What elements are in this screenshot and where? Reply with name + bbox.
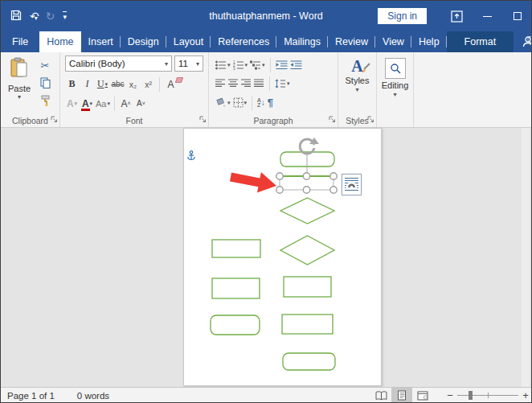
subscript-button[interactable]: x₂ — [126, 76, 140, 93]
sign-in-button[interactable]: Sign in — [378, 8, 427, 24]
flowchart-shape-rect[interactable] — [212, 278, 260, 298]
read-mode-icon[interactable] — [370, 388, 391, 403]
shrink-font-letter: A — [137, 99, 142, 108]
clipboard-dialog-launcher-icon[interactable] — [51, 115, 58, 125]
selection-handle[interactable] — [303, 173, 309, 179]
status-bar: Page 1 of 1 0 words − + — [1, 387, 531, 403]
in-line-with-text-icon — [344, 176, 359, 193]
ribbon-group-paragraph: ▾ 123▾ ▾ — [209, 52, 338, 127]
bold-button[interactable]: B — [65, 76, 79, 93]
undo-button[interactable]: ↶▾ — [30, 10, 38, 22]
align-center-button[interactable] — [228, 76, 239, 92]
account-person-icon[interactable] — [522, 31, 532, 52]
zoom-in-button[interactable]: + — [520, 389, 531, 401]
text-effects-button[interactable]: A▾ — [65, 96, 79, 112]
borders-button[interactable]: ▾ — [233, 95, 248, 111]
save-icon[interactable] — [10, 10, 22, 23]
web-layout-icon[interactable] — [412, 388, 433, 403]
tab-design[interactable]: Design — [121, 31, 166, 52]
title-bar: ↶▾ ↻ ▾ thuthuatphanmem - Word Sign in — [1, 1, 531, 31]
sort-button[interactable]: AZ ↓ — [257, 95, 265, 111]
decrease-indent-button[interactable] — [276, 57, 288, 73]
font-color-letter: A — [82, 98, 89, 109]
document-area — [1, 128, 531, 387]
customize-quick-access-icon[interactable]: ▾ — [63, 11, 67, 21]
copy-button[interactable] — [36, 76, 54, 90]
selection-handle[interactable] — [330, 173, 337, 179]
document-page[interactable] — [183, 128, 382, 386]
tab-references[interactable]: References — [211, 31, 276, 52]
line-spacing-button[interactable]: ▾ — [275, 76, 290, 92]
font-color-button[interactable]: A▾ — [80, 96, 94, 112]
underline-button[interactable]: U▾ — [96, 76, 109, 93]
paste-button[interactable]: Paste ▾ — [2, 55, 36, 113]
grow-font-button[interactable]: A˄ — [119, 96, 133, 112]
flowchart-shape-rect[interactable] — [282, 315, 333, 334]
flowchart-shape-rounded-rect[interactable] — [283, 353, 335, 370]
tab-file[interactable]: File — [1, 31, 39, 52]
justify-button[interactable] — [254, 76, 264, 92]
bullets-button[interactable]: ▾ — [215, 57, 231, 73]
layout-options-button[interactable] — [342, 174, 362, 195]
flowchart-shape-rect[interactable] — [212, 240, 260, 257]
selection-handle[interactable] — [276, 173, 283, 179]
ribbon-display-options-icon[interactable] — [443, 1, 470, 31]
tab-view[interactable]: View — [375, 31, 411, 52]
redo-icon[interactable]: ↻ — [46, 10, 55, 22]
zoom-control: − + — [444, 389, 531, 401]
flowchart-shape-diamond[interactable] — [280, 198, 334, 224]
font-size-combobox[interactable]: 11▾ — [174, 56, 203, 72]
eraser-icon — [175, 77, 183, 83]
shrink-font-button[interactable]: A˅ — [134, 96, 148, 112]
word-count[interactable]: 0 words — [77, 391, 109, 401]
paragraph-dialog-launcher-icon[interactable] — [329, 115, 336, 125]
superscript-button[interactable]: x² — [141, 76, 155, 93]
text-effects-letter: A — [67, 98, 74, 109]
font-name-combobox[interactable]: Calibri (Body)▾ — [65, 56, 172, 72]
zoom-slider-handle[interactable] — [469, 391, 473, 400]
editing-button-label: Editing — [382, 80, 409, 90]
tab-insert[interactable]: Insert — [81, 31, 121, 52]
increase-indent-button[interactable] — [290, 57, 302, 73]
print-layout-icon[interactable] — [391, 388, 412, 403]
tab-layout[interactable]: Layout — [166, 31, 211, 52]
italic-button[interactable]: I — [80, 76, 94, 93]
change-case-button[interactable]: Aa▾ — [96, 96, 110, 112]
page-indicator[interactable]: Page 1 of 1 — [7, 391, 55, 401]
font-dialog-launcher-icon[interactable] — [199, 115, 207, 125]
selection-handle[interactable] — [303, 187, 309, 193]
tab-home[interactable]: Home — [39, 31, 80, 52]
svg-text:3: 3 — [233, 66, 235, 70]
minimize-button[interactable] — [473, 1, 501, 31]
selection-handle[interactable] — [330, 187, 337, 193]
maximize-button[interactable] — [504, 1, 531, 31]
zoom-slider-track[interactable] — [457, 395, 518, 396]
vertical-scrollbar[interactable] — [522, 128, 530, 387]
clear-formatting-button[interactable]: A — [164, 76, 178, 93]
cut-button[interactable]: ✂ — [36, 58, 54, 72]
flowchart-shape-diamond[interactable] — [280, 236, 334, 265]
tab-help[interactable]: Help — [411, 31, 447, 52]
ribbon: Paste ▾ ✂ Clipboard — [1, 52, 531, 128]
show-hide-pilcrow-button[interactable]: ¶ — [268, 95, 273, 111]
tab-review[interactable]: Review — [328, 31, 375, 52]
align-right-button[interactable] — [241, 76, 252, 92]
align-left-button[interactable] — [215, 76, 226, 92]
zoom-out-button[interactable]: − — [444, 389, 456, 401]
tab-mailings[interactable]: Mailings — [276, 31, 328, 52]
tab-format[interactable]: Format — [447, 31, 514, 52]
quick-access-toolbar: ↶▾ ↻ ▾ — [1, 10, 67, 23]
selection-handle[interactable] — [276, 187, 283, 193]
styles-button[interactable]: A Styles ▾ — [340, 55, 374, 93]
styles-dialog-launcher-icon[interactable] — [367, 115, 374, 125]
paste-clipboard-icon — [10, 57, 29, 81]
font-size-value: 11 — [178, 59, 188, 68]
strikethrough-button[interactable]: abc — [111, 76, 125, 93]
shading-button[interactable]: ▾ — [215, 95, 231, 111]
editing-button[interactable]: Editing ▾ — [379, 55, 411, 98]
flowchart-shape-rounded-rect[interactable] — [211, 315, 260, 335]
format-painter-button[interactable] — [36, 93, 54, 108]
numbering-button[interactable]: 123▾ — [233, 57, 248, 73]
flowchart-shape-rect[interactable] — [284, 277, 331, 297]
multilevel-list-button[interactable]: ▾ — [250, 57, 265, 73]
